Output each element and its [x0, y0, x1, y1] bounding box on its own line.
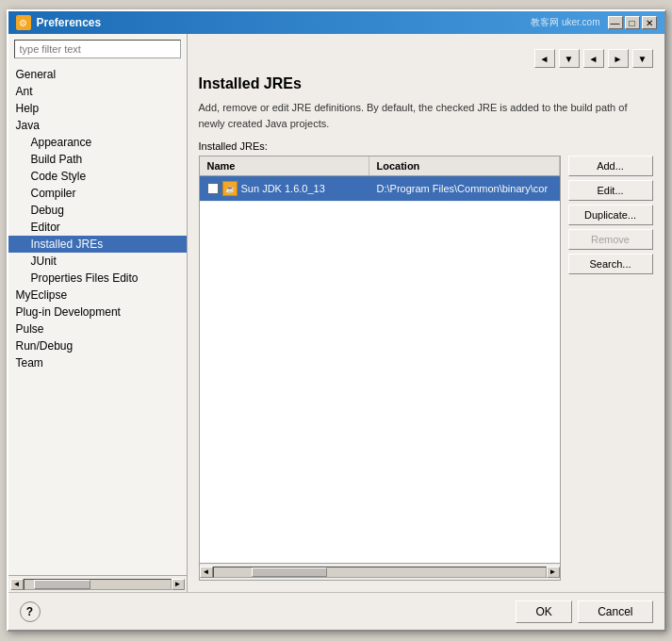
cancel-button[interactable]: Cancel: [578, 600, 652, 623]
tree-item-appearance[interactable]: Appearance: [8, 134, 187, 151]
back-button[interactable]: ◄: [534, 49, 555, 68]
title-bar-left: ⚙ Preferences: [16, 15, 102, 30]
forward-dropdown-button[interactable]: ▼: [559, 49, 580, 68]
table-header: Name Location: [200, 156, 560, 176]
title-bar: ⚙ Preferences 教客网 uker.com — □ ✕: [8, 11, 664, 34]
table-row[interactable]: ✓ ☕ Sun JDK 1.6.0_13 D:\Program Files\Co…: [200, 176, 560, 202]
tree-item-run/debug[interactable]: Run/Debug: [8, 337, 187, 354]
left-scrollbar: ◄ ►: [8, 575, 187, 592]
preferences-dialog: ⚙ Preferences 教客网 uker.com — □ ✕ General…: [7, 9, 666, 632]
search-button[interactable]: Search...: [568, 254, 653, 274]
title-bar-controls: — □ ✕: [608, 16, 657, 29]
left-panel: GeneralAntHelpJavaAppearanceBuild PathCo…: [8, 34, 188, 592]
add-button[interactable]: Add...: [568, 156, 653, 176]
footer-left: ?: [20, 601, 41, 622]
tree-item-installed-jres[interactable]: Installed JREs: [8, 236, 187, 253]
dialog-title: Preferences: [37, 16, 102, 29]
location-cell: D:\Program Files\Common\binary\cor: [369, 181, 560, 196]
scrollbar-track[interactable]: [24, 579, 172, 590]
close-button[interactable]: ✕: [642, 16, 657, 29]
scroll-right-arrow[interactable]: ►: [172, 579, 185, 590]
tree-item-compiler[interactable]: Compiler: [8, 185, 187, 202]
column-location: Location: [369, 156, 560, 175]
tree-item-debug[interactable]: Debug: [8, 202, 187, 219]
nav-forward-button[interactable]: ►: [608, 49, 629, 68]
tree-item-pulse[interactable]: Pulse: [8, 320, 187, 337]
tree: GeneralAntHelpJavaAppearanceBuild PathCo…: [8, 64, 187, 575]
column-name: Name: [200, 156, 369, 175]
nav-toolbar: ◄ ▼ ◄ ► ▼: [199, 45, 653, 75]
footer-right: OK Cancel: [516, 600, 652, 623]
minimize-button[interactable]: —: [608, 16, 623, 29]
table-hscroll-track[interactable]: [213, 567, 547, 578]
table-scroll-right[interactable]: ►: [547, 567, 560, 578]
tree-item-general[interactable]: General: [8, 66, 187, 83]
tree-item-ant[interactable]: Ant: [8, 83, 187, 100]
dialog-body: GeneralAntHelpJavaAppearanceBuild PathCo…: [8, 34, 664, 592]
tree-item-junit[interactable]: JUnit: [8, 253, 187, 270]
jre-name: Sun JDK 1.6.0_13: [241, 183, 325, 194]
tree-item-team[interactable]: Team: [8, 354, 187, 371]
scroll-left-arrow[interactable]: ◄: [10, 579, 24, 590]
tree-item-code-style[interactable]: Code Style: [8, 168, 187, 185]
preferences-icon: ⚙: [16, 15, 31, 30]
watermark: 教客网 uker.com: [531, 16, 599, 29]
scrollbar-thumb[interactable]: [34, 580, 90, 589]
nav-back-button[interactable]: ◄: [583, 49, 604, 68]
remove-button[interactable]: Remove: [568, 229, 653, 250]
help-button[interactable]: ?: [20, 601, 41, 622]
edit-button[interactable]: Edit...: [568, 180, 653, 201]
tree-item-java[interactable]: Java: [8, 117, 187, 134]
right-panel: ◄ ▼ ◄ ► ▼ Installed JREs Add, remove or …: [188, 34, 664, 592]
tree-item-plug-in-development[interactable]: Plug-in Development: [8, 304, 187, 320]
tree-item-editor[interactable]: Editor: [8, 219, 187, 236]
jre-table: Name Location ✓ ☕ Sun JDK 1.6.0_13 D:\Pr…: [199, 156, 561, 581]
page-title: Installed JREs: [199, 75, 653, 92]
page-description: Add, remove or edit JRE definitions. By …: [199, 100, 653, 131]
jre-table-wrapper: Name Location ✓ ☕ Sun JDK 1.6.0_13 D:\Pr…: [199, 156, 653, 581]
dialog-footer: ? OK Cancel: [8, 592, 664, 630]
jre-checkbox[interactable]: ✓: [207, 183, 219, 194]
table-hscroll-thumb[interactable]: [252, 567, 327, 577]
table-scroll-left[interactable]: ◄: [200, 567, 213, 578]
maximize-button[interactable]: □: [625, 16, 640, 29]
table-body: ✓ ☕ Sun JDK 1.6.0_13 D:\Program Files\Co…: [200, 176, 560, 563]
name-cell: ✓ ☕ Sun JDK 1.6.0_13: [200, 179, 369, 198]
tree-item-help[interactable]: Help: [8, 100, 187, 117]
tree-item-myeclipse[interactable]: MyEclipse: [8, 287, 187, 304]
section-label: Installed JREs:: [199, 140, 653, 152]
jre-icon: ☕: [222, 181, 238, 196]
tree-item-properties-files-edito[interactable]: Properties Files Edito: [8, 270, 187, 287]
nav-menu-button[interactable]: ▼: [632, 49, 653, 68]
filter-input[interactable]: [14, 40, 181, 58]
tree-item-build-path[interactable]: Build Path: [8, 151, 187, 168]
duplicate-button[interactable]: Duplicate...: [568, 205, 653, 225]
jre-action-buttons: Add... Edit... Duplicate... Remove Searc…: [568, 156, 653, 581]
table-scrollbar: ◄ ►: [200, 563, 560, 580]
ok-button[interactable]: OK: [516, 600, 572, 623]
